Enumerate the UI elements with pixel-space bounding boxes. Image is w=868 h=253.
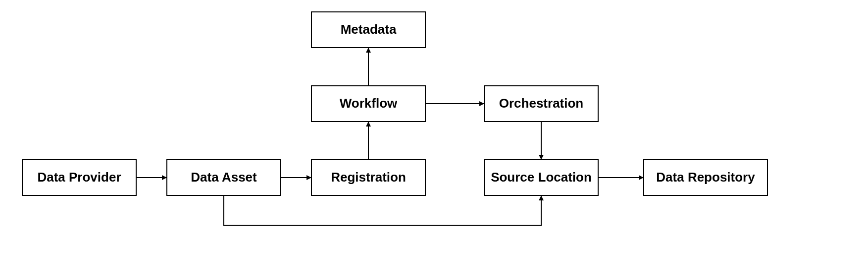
edge-data-asset-to-source-location [224,195,541,225]
node-metadata: Metadata [311,12,425,48]
node-label: Registration [331,170,406,185]
node-workflow: Workflow [311,86,425,122]
node-label: Data Provider [37,170,121,185]
node-source-location: Source Location [484,160,598,195]
node-label: Data Asset [191,170,257,185]
node-orchestration: Orchestration [484,86,598,122]
node-label: Orchestration [499,96,584,111]
node-data-repository: Data Repository [644,160,767,195]
node-label: Workflow [340,96,398,111]
node-registration: Registration [311,160,425,195]
node-data-asset: Data Asset [167,160,281,195]
node-label: Source Location [491,170,592,185]
diagram-canvas: Data ProviderData AssetRegistrationWorkf… [0,0,868,253]
node-label: Data Repository [656,170,755,185]
node-data-provider: Data Provider [22,160,136,195]
node-label: Metadata [341,22,397,37]
